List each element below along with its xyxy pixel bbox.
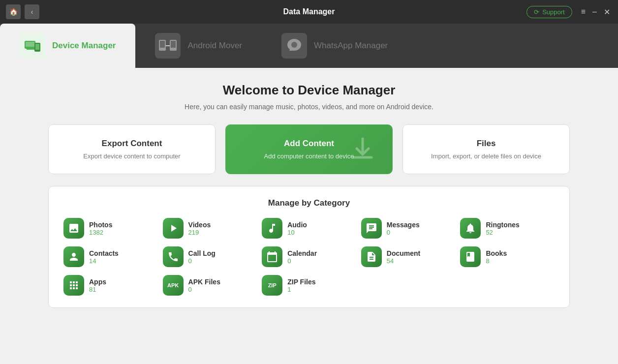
back-button[interactable]: ‹	[25, 4, 39, 19]
svg-rect-3	[27, 49, 34, 50]
category-zipfiles[interactable]: ZIP ZIP Files 1	[262, 275, 356, 296]
contacts-count: 14	[89, 257, 119, 265]
messages-icon	[361, 218, 382, 239]
add-content-title: Add Content	[284, 139, 334, 149]
minimize-button[interactable]: –	[590, 6, 599, 17]
calendar-name: Calendar	[287, 249, 317, 257]
books-icon	[460, 246, 481, 267]
category-apkfiles[interactable]: APK APK Files 0	[163, 275, 257, 296]
support-icon: ⟳	[534, 8, 539, 16]
apps-name: Apps	[89, 278, 106, 286]
document-count: 54	[387, 257, 420, 265]
titlebar: 🏠 ‹ Data Manager ⟳ Support ≡ – ✕	[0, 0, 618, 24]
category-contacts[interactable]: Contacts 14	[63, 246, 158, 267]
calllog-info: Call Log 0	[188, 249, 216, 265]
titlebar-left: 🏠 ‹	[6, 4, 39, 19]
tab-android-mover[interactable]: Android Mover	[135, 24, 262, 68]
close-button[interactable]: ✕	[602, 6, 612, 18]
calllog-name: Call Log	[188, 249, 216, 257]
tab-whatsapp-manager[interactable]: WhatsApp Manager	[262, 24, 407, 68]
messages-name: Messages	[387, 221, 420, 229]
document-icon	[361, 246, 382, 267]
svg-rect-5	[35, 44, 39, 50]
category-calendar[interactable]: Calendar 0	[262, 246, 356, 267]
books-info: Books 8	[486, 249, 507, 265]
audio-count: 10	[287, 229, 307, 236]
messages-count: 0	[387, 229, 420, 236]
calendar-info: Calendar 0	[287, 249, 317, 265]
videos-icon	[163, 218, 184, 239]
category-calllog[interactable]: Call Log 0	[163, 246, 257, 267]
action-cards: Export Content Export device content to …	[48, 124, 570, 174]
document-name: Document	[387, 249, 420, 257]
messages-info: Messages 0	[387, 221, 420, 236]
calendar-count: 0	[287, 257, 317, 265]
apkfiles-count: 0	[188, 286, 220, 293]
category-ringtones[interactable]: Ringtones 52	[460, 218, 555, 239]
svg-rect-8	[160, 41, 165, 48]
export-content-card[interactable]: Export Content Export device content to …	[48, 124, 216, 174]
download-icon	[348, 134, 377, 165]
contacts-icon	[63, 246, 84, 267]
apkfiles-name: APK Files	[188, 278, 220, 286]
audio-info: Audio 10	[287, 221, 307, 236]
category-document[interactable]: Document 54	[361, 246, 456, 267]
contacts-info: Contacts 14	[89, 249, 119, 265]
audio-icon	[262, 218, 282, 239]
videos-info: Videos 219	[188, 221, 211, 236]
window-controls: ≡ – ✕	[579, 6, 612, 18]
add-content-card[interactable]: Add Content Add computer content to devi…	[225, 124, 393, 174]
category-section-title: Manage by Category	[63, 198, 555, 208]
books-count: 8	[486, 257, 507, 265]
device-manager-icon	[20, 33, 45, 59]
apkfiles-icon: APK	[163, 275, 184, 296]
tab-device-manager[interactable]: Device Manager	[0, 24, 135, 68]
category-section: Manage by Category Photos 1382 Videos	[48, 186, 570, 308]
welcome-title: Welcome to Device Manager	[223, 83, 396, 98]
app-title: Data Manager	[283, 7, 335, 16]
contacts-name: Contacts	[89, 249, 119, 257]
tab-device-manager-label: Device Manager	[52, 41, 116, 51]
android-mover-icon	[155, 33, 181, 59]
category-audio[interactable]: Audio 10	[262, 218, 356, 239]
ringtones-name: Ringtones	[486, 221, 519, 229]
category-videos[interactable]: Videos 219	[163, 218, 257, 239]
welcome-subtitle: Here, you can easily manage music, photo…	[185, 103, 433, 111]
apkfiles-info: APK Files 0	[188, 278, 220, 293]
category-apps[interactable]: Apps 81	[63, 275, 158, 296]
whatsapp-manager-icon	[281, 33, 307, 59]
export-content-sub: Export device content to computer	[83, 152, 180, 160]
ringtones-info: Ringtones 52	[486, 221, 519, 236]
svg-point-14	[291, 42, 297, 48]
audio-name: Audio	[287, 221, 307, 229]
calllog-count: 0	[188, 257, 216, 265]
files-sub: Import, export, or delete files on devic…	[431, 152, 541, 160]
tab-android-mover-label: Android Mover	[187, 41, 242, 51]
category-books[interactable]: Books 8	[460, 246, 555, 267]
apps-icon	[63, 275, 84, 296]
files-card[interactable]: Files Import, export, or delete files on…	[402, 124, 570, 174]
main-content: Welcome to Device Manager Here, you can …	[0, 68, 618, 364]
titlebar-right: ⟳ Support ≡ – ✕	[526, 6, 612, 18]
home-button[interactable]: 🏠	[6, 4, 21, 19]
export-content-title: Export Content	[102, 139, 162, 149]
files-title: Files	[477, 139, 496, 149]
menu-button[interactable]: ≡	[579, 6, 587, 17]
videos-count: 219	[188, 229, 211, 236]
photos-icon	[63, 218, 84, 239]
support-button[interactable]: ⟳ Support	[526, 6, 572, 18]
books-name: Books	[486, 249, 507, 257]
category-grid: Photos 1382 Videos 219	[63, 218, 555, 296]
zipfiles-name: ZIP Files	[287, 278, 315, 286]
calllog-icon	[163, 246, 184, 267]
tab-whatsapp-manager-label: WhatsApp Manager	[314, 41, 388, 51]
category-messages[interactable]: Messages 0	[361, 218, 456, 239]
tab-bar: Device Manager Android Mover WhatsApp Ma…	[0, 24, 618, 68]
apps-count: 81	[89, 286, 106, 293]
category-photos[interactable]: Photos 1382	[63, 218, 158, 239]
apps-info: Apps 81	[89, 278, 106, 293]
document-info: Document 54	[387, 249, 420, 265]
photos-name: Photos	[89, 221, 112, 229]
zipfiles-info: ZIP Files 1	[287, 278, 315, 293]
svg-rect-2	[26, 42, 34, 47]
